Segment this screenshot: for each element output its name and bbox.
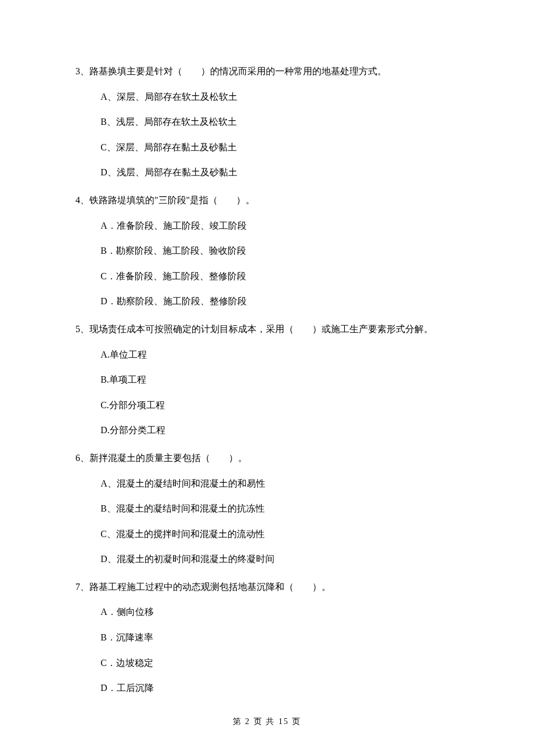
option-c: C．准备阶段、施工阶段、整修阶段	[100, 269, 459, 284]
page-content: 3、路基换填主要是针对（ ）的情况而采用的一种常用的地基处理方式。 A、深层、局…	[0, 0, 534, 743]
option-a: A、深层、局部存在软土及松软土	[100, 89, 459, 105]
question-stem: 7、路基工程施工过程中的动态观测包括地基沉降和（ ）。	[75, 579, 459, 595]
option-d: D．工后沉降	[100, 681, 459, 696]
option-d: D、混凝土的初凝时间和混凝土的终凝时间	[100, 552, 459, 567]
question-stem: 5、现场责任成本可按照确定的计划目标成本，采用（ ）或施工生产要素形式分解。	[75, 322, 459, 337]
question-stem: 3、路基换填主要是针对（ ）的情况而采用的一种常用的地基处理方式。	[75, 64, 459, 79]
question-number: 7、	[75, 582, 89, 592]
option-c: C、深层、局部存在黏土及砂黏土	[100, 140, 459, 155]
question-stem: 4、铁路路堤填筑的"三阶段"是指（ ）。	[75, 193, 459, 208]
question-text: 新拌混凝土的质量主要包括（ ）。	[89, 453, 247, 463]
option-d: D.分部分类工程	[100, 423, 459, 438]
option-a: A．侧向位移	[100, 604, 459, 620]
question-text: 铁路路堤填筑的"三阶段"是指（ ）。	[89, 195, 255, 205]
question-text: 路基换填主要是针对（ ）的情况而采用的一种常用的地基处理方式。	[89, 66, 387, 76]
option-a: A．准备阶段、施工阶段、竣工阶段	[100, 218, 459, 233]
option-c: C.分部分项工程	[100, 398, 459, 413]
question-7: 7、路基工程施工过程中的动态观测包括地基沉降和（ ）。 A．侧向位移 B．沉降速…	[75, 579, 459, 696]
option-b: B、浅层、局部存在软土及松软土	[100, 114, 459, 129]
option-b: B．沉降速率	[100, 630, 459, 645]
option-b: B．勘察阶段、施工阶段、验收阶段	[100, 243, 459, 258]
option-b: B.单项工程	[100, 372, 459, 387]
option-a: A.单位工程	[100, 347, 459, 362]
option-d: D、浅层、局部存在黏土及砂黏土	[100, 165, 459, 180]
question-5: 5、现场责任成本可按照确定的计划目标成本，采用（ ）或施工生产要素形式分解。 A…	[75, 322, 459, 438]
question-text: 路基工程施工过程中的动态观测包括地基沉降和（ ）。	[89, 582, 331, 592]
option-b: B、混凝土的凝结时间和混凝土的抗冻性	[100, 501, 459, 516]
option-d: D．勘察阶段、施工阶段、整修阶段	[100, 294, 459, 309]
option-a: A、混凝土的凝结时间和混凝土的和易性	[100, 476, 459, 491]
question-6: 6、新拌混凝土的质量主要包括（ ）。 A、混凝土的凝结时间和混凝土的和易性 B、…	[75, 451, 459, 567]
option-c: C、混凝土的搅拌时间和混凝土的流动性	[100, 527, 459, 542]
question-text: 现场责任成本可按照确定的计划目标成本，采用（ ）或施工生产要素形式分解。	[89, 324, 433, 334]
question-number: 4、	[75, 195, 89, 205]
question-number: 3、	[75, 66, 89, 76]
question-number: 6、	[75, 453, 89, 463]
question-number: 5、	[75, 324, 89, 334]
question-3: 3、路基换填主要是针对（ ）的情况而采用的一种常用的地基处理方式。 A、深层、局…	[75, 64, 459, 180]
question-4: 4、铁路路堤填筑的"三阶段"是指（ ）。 A．准备阶段、施工阶段、竣工阶段 B．…	[75, 193, 459, 309]
option-c: C．边坡稳定	[100, 656, 459, 671]
page-footer: 第 2 页 共 15 页	[0, 717, 534, 727]
question-stem: 6、新拌混凝土的质量主要包括（ ）。	[75, 451, 459, 466]
